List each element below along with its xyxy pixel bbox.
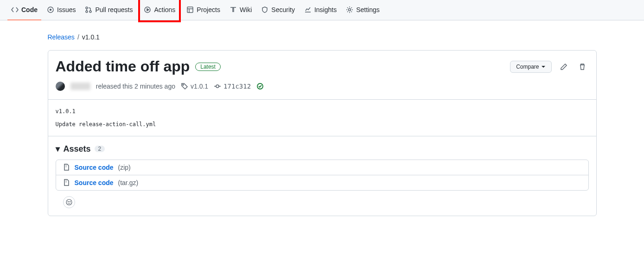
highlight-actions: Actions — [138, 0, 181, 22]
asset-ext: (zip) — [118, 164, 131, 171]
nav-code[interactable]: Code — [7, 0, 41, 20]
svg-point-11 — [66, 199, 72, 205]
trash-icon — [579, 63, 586, 70]
asset-row: Source code (zip) — [56, 160, 588, 175]
release-box: Added time off app Latest Compare — [48, 50, 597, 216]
svg-point-1 — [50, 9, 51, 10]
tag-name: v1.0.1 — [191, 83, 208, 90]
nav-pulls-label: Pull requests — [95, 6, 133, 13]
asset-row: Source code (tar.gz) — [56, 175, 588, 190]
release-body: v1.0.1 Update release-action-call.yml — [48, 99, 596, 136]
nav-code-label: Code — [21, 6, 38, 13]
nav-projects-label: Projects — [197, 6, 220, 13]
assets-count: 2 — [95, 146, 105, 152]
tag-link[interactable]: v1.0.1 — [181, 83, 208, 90]
nav-settings-label: Settings — [356, 6, 380, 13]
nav-security[interactable]: Security — [257, 0, 299, 20]
add-reaction-button[interactable] — [63, 196, 75, 208]
svg-point-4 — [89, 11, 91, 13]
svg-point-12 — [68, 201, 68, 202]
avatar[interactable] — [56, 82, 65, 91]
nav-insights[interactable]: Insights — [300, 0, 340, 20]
latest-badge: Latest — [195, 63, 221, 71]
compare-label: Compare — [516, 64, 539, 70]
shield-icon — [261, 6, 268, 13]
nav-issues-label: Issues — [57, 6, 76, 13]
assets-list: Source code (zip) Source code (tar.gz) — [56, 160, 589, 191]
nav-security-label: Security — [271, 6, 295, 13]
file-zip-icon — [63, 179, 70, 186]
assets-toggle[interactable]: ▾ Assets 2 — [56, 144, 589, 154]
gear-icon — [346, 6, 353, 13]
play-icon — [144, 6, 151, 13]
file-zip-icon — [63, 164, 70, 171]
nav-pulls[interactable]: Pull requests — [81, 0, 136, 20]
svg-point-9 — [216, 85, 219, 88]
caret-down-icon — [541, 64, 546, 69]
asset-link[interactable]: Source code — [75, 179, 114, 186]
edit-button[interactable] — [557, 60, 570, 73]
repo-nav: Code Issues Pull requests Actions Projec… — [0, 0, 644, 20]
nav-settings[interactable]: Settings — [342, 0, 383, 20]
book-icon — [230, 6, 237, 13]
main-container: Releases / v1.0.1 Added time off app Lat… — [40, 20, 604, 231]
graph-icon — [304, 6, 312, 13]
release-header: Added time off app Latest Compare — [48, 51, 596, 99]
table-icon — [186, 6, 194, 13]
breadcrumb-separator: / — [77, 33, 79, 41]
triangle-down-icon: ▾ — [56, 144, 60, 154]
nav-wiki[interactable]: Wiki — [226, 0, 255, 20]
nav-projects[interactable]: Projects — [183, 0, 224, 20]
smiley-icon — [65, 198, 73, 206]
commit-link[interactable]: 171c312 — [214, 83, 251, 90]
release-meta: user released this 2 minutes ago v1.0.1 … — [56, 82, 589, 91]
tag-icon — [181, 83, 188, 90]
svg-point-7 — [349, 8, 351, 11]
svg-point-2 — [86, 7, 88, 9]
asset-ext: (tar.gz) — [118, 179, 139, 186]
nav-insights-label: Insights — [314, 6, 337, 13]
git-pull-request-icon — [85, 6, 92, 13]
delete-button[interactable] — [576, 60, 589, 73]
check-status-icon[interactable] — [256, 83, 264, 90]
nav-wiki-label: Wiki — [240, 6, 252, 13]
breadcrumb: Releases / v1.0.1 — [48, 33, 597, 41]
svg-point-3 — [86, 11, 88, 13]
breadcrumb-releases-link[interactable]: Releases — [48, 33, 75, 41]
svg-point-13 — [70, 201, 70, 202]
breadcrumb-current: v1.0.1 — [82, 33, 100, 41]
author-name-redacted: user — [70, 83, 90, 90]
commit-sha: 171c312 — [223, 83, 251, 90]
compare-button[interactable]: Compare — [510, 61, 551, 73]
asset-link[interactable]: Source code — [75, 164, 114, 171]
commit-icon — [214, 83, 221, 90]
released-text: released this 2 minutes ago — [96, 83, 175, 90]
issue-icon — [47, 6, 54, 13]
assets-label: Assets — [64, 144, 91, 154]
svg-point-8 — [183, 84, 184, 85]
pencil-icon — [560, 63, 567, 70]
svg-rect-6 — [187, 7, 193, 13]
nav-actions[interactable]: Actions — [140, 0, 179, 20]
nav-issues[interactable]: Issues — [43, 0, 79, 20]
release-title: Added time off app — [56, 58, 190, 75]
code-icon — [11, 6, 19, 13]
assets-section: ▾ Assets 2 Source code (zip) Source code — [48, 136, 596, 216]
nav-actions-label: Actions — [154, 6, 175, 13]
